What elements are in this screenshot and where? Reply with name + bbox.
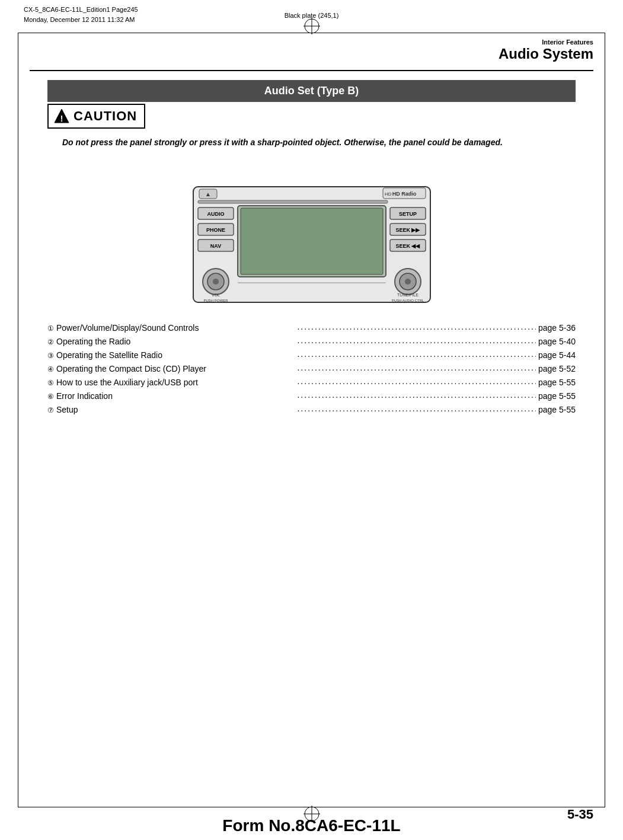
svg-text:VOL: VOL [211, 293, 219, 297]
toc-item-dots: ........................................… [297, 390, 535, 400]
meta-line1: CX-5_8CA6-EC-11L_Edition1 Page245 [24, 5, 138, 15]
svg-rect-25 [241, 208, 383, 274]
title-rule [30, 70, 593, 71]
toc-item: ⑥Error Indication ......................… [47, 391, 576, 401]
audio-set-title: Audio Set (Type B) [264, 85, 359, 97]
svg-text:HD Radio: HD Radio [392, 191, 416, 197]
audio-set-box: Audio Set (Type B) [47, 80, 576, 102]
section-heading: Interior Features Audio System [499, 39, 593, 62]
toc-item-num: ④ [47, 366, 54, 373]
svg-text:!: ! [60, 114, 63, 123]
toc-item-dots: ........................................… [297, 404, 535, 414]
svg-text:AUDIO: AUDIO [207, 211, 224, 217]
toc-item-dots: ........................................… [297, 349, 535, 359]
toc-item: ④Operating the Compact Disc (CD) Player … [47, 364, 576, 374]
toc-item: ③Operating the Satellite Radio .........… [47, 350, 576, 360]
toc-item-page: page 5-55 [538, 391, 576, 401]
svg-text:▲: ▲ [205, 191, 211, 197]
audio-diagram: ▲ HD Radio HD AUDIO PHONE NAV SETUP SEEK… [187, 181, 436, 308]
page-border-right [605, 33, 605, 807]
toc-item-dots: ........................................… [297, 363, 535, 373]
svg-text:SEEK ◀◀: SEEK ◀◀ [395, 243, 420, 249]
toc-item-page: page 5-52 [538, 364, 576, 373]
toc-item-label: Power/Volume/Display/Sound Controls [56, 323, 295, 333]
toc-item-page: page 5-40 [538, 337, 576, 346]
toc-item-num: ⑥ [47, 393, 54, 400]
svg-rect-11 [198, 200, 388, 203]
caution-box: ! CAUTION [47, 104, 145, 129]
page-number: 5-35 [567, 807, 593, 822]
toc-item-dots: ........................................… [297, 336, 535, 346]
sub-title: Interior Features [499, 39, 593, 46]
toc-item: ⑦Setup .................................… [47, 405, 576, 415]
svg-text:SEEK ▶▶: SEEK ▶▶ [395, 227, 420, 233]
svg-text:PHONE: PHONE [206, 227, 225, 233]
svg-text:SETUP: SETUP [398, 211, 416, 217]
toc-item-num: ② [47, 338, 54, 346]
svg-text:HD: HD [385, 191, 392, 197]
toc-item-page: page 5-55 [538, 378, 576, 387]
toc-item: ②Operating the Radio ...................… [47, 337, 576, 347]
toc-item-num: ① [47, 325, 54, 332]
toc-item-label: Operating the Satellite Radio [56, 350, 295, 360]
svg-point-33 [405, 279, 411, 285]
toc-item-num: ⑤ [47, 379, 54, 387]
meta-line2: Monday, December 12 2011 11:32 AM [24, 15, 138, 25]
toc-item: ①Power/Volume/Display/Sound Controls ...… [47, 323, 576, 333]
toc-item-label: How to use the Auxiliary jack/USB port [56, 378, 295, 387]
toc-item-dots: ........................................… [297, 376, 535, 387]
main-title: Audio System [499, 46, 593, 62]
svg-text:PUSH POWER: PUSH POWER [203, 299, 228, 302]
toc-item-label: Setup [56, 405, 295, 414]
toc-item-page: page 5-44 [538, 350, 576, 360]
page-border-left [18, 33, 18, 807]
svg-point-28 [213, 279, 219, 285]
caution-text: Do not press the panel strongly or press… [62, 136, 564, 149]
crosshair-top-icon [303, 18, 320, 34]
toc-item-num: ⑦ [47, 407, 54, 414]
svg-text:TUNE/FILE: TUNE/FILE [397, 293, 418, 297]
toc-item-label: Operating the Radio [56, 337, 295, 346]
header-meta: CX-5_8CA6-EC-11L_Edition1 Page245 Monday… [24, 5, 138, 24]
toc-item-dots: ........................................… [297, 322, 535, 332]
svg-text:NAV: NAV [210, 243, 221, 249]
toc-item: ⑤How to use the Auxiliary jack/USB port … [47, 378, 576, 388]
toc-list: ①Power/Volume/Display/Sound Controls ...… [47, 323, 576, 419]
toc-item-label: Operating the Compact Disc (CD) Player [56, 364, 295, 373]
form-number: Form No.8CA6-EC-11L [222, 816, 400, 835]
svg-text:PUSH AUDIO CTRL: PUSH AUDIO CTRL [391, 299, 424, 302]
caution-triangle-icon: ! [53, 108, 70, 124]
toc-item-page: page 5-36 [538, 323, 576, 333]
toc-item-num: ③ [47, 352, 54, 359]
caution-label: CAUTION [74, 108, 137, 124]
toc-item-page: page 5-55 [538, 405, 576, 414]
toc-item-label: Error Indication [56, 391, 295, 401]
